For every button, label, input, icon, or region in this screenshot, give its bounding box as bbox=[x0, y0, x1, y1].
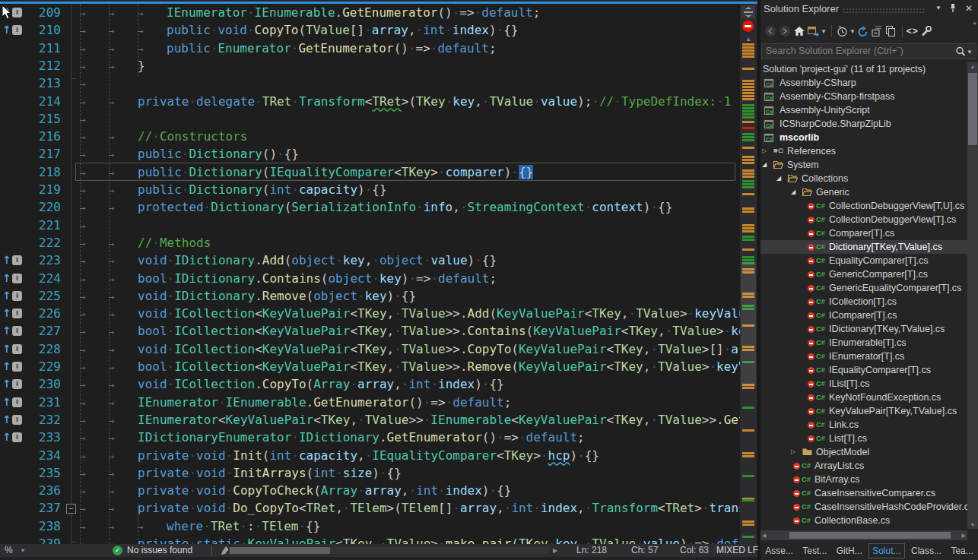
scrollbar-thumb[interactable] bbox=[741, 262, 756, 388]
collapse-all-button[interactable] bbox=[871, 23, 884, 40]
code-line-231[interactable]: ↑I231→→IEnumerator·IEnumerable.GetEnumer… bbox=[0, 394, 740, 411]
code-line-226[interactable]: ↑I226→→void·ICollection<KeyValuePair<TKe… bbox=[0, 305, 740, 322]
zoom-dropdown-caret[interactable]: ▼ bbox=[20, 544, 26, 557]
window-position-caret-icon[interactable]: ▼ bbox=[932, 2, 945, 14]
code-line-213[interactable]: 213→ bbox=[0, 74, 740, 92]
code-line-209[interactable]: ↑I209→→→IEnumerator·IEnumerable.GetEnume… bbox=[0, 4, 740, 21]
toolbar-overflow-grip[interactable]: ❞ bbox=[973, 21, 976, 29]
tree-item-mscorlib[interactable]: C#mscorlib bbox=[760, 131, 967, 144]
code-line-236[interactable]: 236→→private·void·CopyToCheck(Array·arra… bbox=[0, 482, 740, 499]
tree-item-keyvaluepair-tkey-tvalue-cs[interactable]: C#KeyValuePair[TKey,TValue].cs bbox=[760, 404, 967, 418]
tool-tab-test[interactable]: Test... bbox=[799, 544, 830, 558]
zoom-control[interactable]: % bbox=[5, 544, 13, 557]
status-eol[interactable]: LF bbox=[748, 544, 758, 557]
expander-expanded-icon[interactable]: ◢ bbox=[791, 185, 795, 199]
code-line-214[interactable]: 214→→private·delegate·TRet·Transform<TRe… bbox=[0, 93, 740, 110]
tree-item-keynotfoundexception-cs[interactable]: C#KeyNotFoundException.cs bbox=[760, 391, 967, 404]
implements-arrow-icon[interactable]: ↑ bbox=[2, 394, 11, 411]
code-line-238[interactable]: 238→→→where·TRet·:·TElem·{} bbox=[0, 517, 740, 535]
tree-item-assembly-csharp[interactable]: C#Assembly-CSharp bbox=[760, 76, 967, 90]
code-line-218[interactable]: 218→→public·Dictionary(IEqualityComparer… bbox=[0, 163, 740, 181]
expander-expanded-icon[interactable]: ◢ bbox=[762, 158, 767, 172]
tree-item-solution-project-gui-11-of-11-projects-[interactable]: Solution 'project-gui' (11 of 11 project… bbox=[760, 62, 967, 76]
implements-arrow-icon[interactable]: ↑ bbox=[2, 21, 11, 39]
tree-item-caseinsensitivecomparer-cs[interactable]: C#CaseInsensitiveComparer.cs bbox=[760, 486, 967, 500]
implements-arrow-icon[interactable]: ↑ bbox=[2, 358, 11, 375]
tree-item-iequalitycomparer-t-cs[interactable]: C#IEqualityComparer[T].cs bbox=[760, 363, 967, 377]
document-health-error-icon[interactable] bbox=[742, 21, 754, 32]
hscroll-right-arrow[interactable]: ▶ bbox=[553, 544, 557, 557]
tree-item-caseinsensitivehashcodeprovider-cs[interactable]: C#CaseInsensitiveHashCodeProvider.cs bbox=[760, 500, 967, 514]
code-area[interactable]: ↑I209→→→IEnumerator·IEnumerable.GetEnume… bbox=[0, 4, 740, 544]
show-all-files-button[interactable] bbox=[884, 23, 897, 40]
tree-item-ienumerator-t-cs[interactable]: C#IEnumerator[T].cs bbox=[760, 350, 967, 363]
tree-item-comparer-t-cs[interactable]: C#Comparer[T].cs bbox=[760, 226, 967, 240]
tree-item-collectiondebuggerview-t-u-cs[interactable]: C#CollectionDebuggerView[T,U].cs bbox=[760, 199, 967, 213]
tree-item-icollection-t-cs[interactable]: C#ICollection[T].cs bbox=[760, 295, 967, 308]
tree-item-equalitycomparer-t-cs[interactable]: C#EqualityComparer[T].cs bbox=[760, 254, 967, 267]
code-line-215[interactable]: 215→ bbox=[0, 110, 740, 128]
tree-scrollbar-thumb[interactable] bbox=[968, 73, 977, 145]
code-line-230[interactable]: ↑I230→→void·ICollection.CopyTo(Array·arr… bbox=[0, 375, 740, 393]
implements-arrow-icon[interactable]: ↑ bbox=[2, 270, 11, 287]
search-options-caret-icon[interactable]: ▼ bbox=[967, 49, 973, 55]
tree-item-objectmodel[interactable]: ▷ObjectModel bbox=[760, 445, 967, 459]
switch-views-button[interactable] bbox=[807, 23, 820, 40]
horizontal-scrollbar[interactable] bbox=[228, 547, 549, 554]
tree-item-assembly-csharp-firstpass[interactable]: C#Assembly-CSharp-firstpass bbox=[760, 90, 967, 103]
tree-item-icsharpcode-sharpziplib[interactable]: C#ICSharpCode.SharpZipLib bbox=[760, 117, 967, 131]
close-icon[interactable]: ✕ bbox=[963, 2, 975, 14]
tree-vertical-scrollbar[interactable]: ▲ ▼ bbox=[967, 62, 978, 529]
code-line-234[interactable]: 234→→private·void·Init(int·capacity,·IEq… bbox=[0, 447, 740, 464]
refresh-button[interactable] bbox=[856, 23, 870, 40]
split-window-grip-icon[interactable] bbox=[741, 6, 755, 18]
tree-hscrollbar-thumb[interactable] bbox=[789, 532, 951, 539]
tree-item-ilist-t-cs[interactable]: C#IList[T].cs bbox=[760, 377, 967, 391]
solution-tree[interactable]: Solution 'project-gui' (11 of 11 project… bbox=[760, 62, 967, 529]
pin-icon[interactable] bbox=[948, 2, 960, 14]
code-editor[interactable]: ↑I209→→→IEnumerator·IEnumerable.GetEnume… bbox=[0, 0, 757, 560]
implements-arrow-icon[interactable]: ↑ bbox=[2, 322, 11, 340]
code-line-222[interactable]: 222→→//·Methods bbox=[0, 234, 740, 252]
code-line-237[interactable]: 237−→→private·void·Do_CopyTo<TRet,·TElem… bbox=[0, 499, 740, 517]
scroll-left-arrow[interactable]: ◀ bbox=[762, 533, 766, 539]
expander-collapsed-icon[interactable]: ▷ bbox=[762, 144, 767, 158]
scroll-right-arrow[interactable]: ▶ bbox=[962, 533, 966, 539]
code-line-221[interactable]: 221→ bbox=[0, 217, 740, 234]
tree-item-list-t-cs[interactable]: C#List[T].cs bbox=[760, 432, 967, 445]
view-code-button[interactable]: <> bbox=[907, 23, 919, 40]
tree-item-genericcomparer-t-cs[interactable]: C#GenericComparer[T].cs bbox=[760, 267, 967, 281]
tree-item-genericequalitycomparer-t-cs[interactable]: C#GenericEqualityComparer[T].cs bbox=[760, 281, 967, 295]
collapse-region-button[interactable]: − bbox=[66, 504, 76, 514]
tree-item-references[interactable]: ▷References bbox=[760, 144, 967, 158]
code-line-211[interactable]: 211→→→public·Enumerator·GetEnumerator()·… bbox=[0, 40, 740, 57]
expander-expanded-icon[interactable]: ◢ bbox=[776, 172, 781, 185]
code-line-210[interactable]: ↑I210→→→public·void·CopyTo(TValue[]·arra… bbox=[0, 21, 740, 39]
solution-explorer-header[interactable]: Solution Explorer ▼ ✕ bbox=[760, 0, 978, 20]
switch-views-caret-icon[interactable]: ▼ bbox=[821, 28, 827, 35]
tool-tab-asse[interactable]: Asse... bbox=[762, 544, 796, 558]
tree-item-collectionbase-cs[interactable]: C#CollectionBase.cs bbox=[760, 514, 967, 527]
tree-item-icomparer-t-cs[interactable]: C#IComparer[T].cs bbox=[760, 308, 967, 322]
tree-item-bitarray-cs[interactable]: C#BitArray.cs bbox=[760, 473, 967, 486]
code-line-212[interactable]: 212→→} bbox=[0, 57, 740, 74]
code-line-232[interactable]: ↑I232→→IEnumerator<KeyValuePair<TKey,·TV… bbox=[0, 411, 740, 429]
properties-wrench-button[interactable] bbox=[919, 23, 933, 40]
code-line-217[interactable]: 217→→public·Dictionary()·{} bbox=[0, 145, 740, 163]
tree-item-collectiondebuggerview-t-cs[interactable]: C#CollectionDebuggerView[T].cs bbox=[760, 213, 967, 226]
forward-button[interactable] bbox=[778, 23, 792, 40]
filter-caret-icon[interactable]: ▼ bbox=[849, 28, 856, 35]
implements-arrow-icon[interactable]: ↑ bbox=[2, 305, 11, 322]
code-line-229[interactable]: ↑I229→→bool·ICollection<KeyValuePair<TKe… bbox=[0, 358, 740, 375]
tree-item-link-cs[interactable]: C#Link.cs bbox=[760, 418, 967, 432]
tree-item-assembly-unityscript[interactable]: C#Assembly-UnityScript bbox=[760, 103, 967, 117]
code-line-233[interactable]: ↑I233→→IDictionaryEnumerator·IDictionary… bbox=[0, 429, 740, 446]
tree-item-arraylist-cs[interactable]: C#ArrayList.cs bbox=[760, 459, 967, 473]
search-icon[interactable] bbox=[954, 46, 967, 58]
health-status-text[interactable]: No issues found bbox=[127, 544, 192, 557]
code-line-224[interactable]: ↑I224→→bool·IDictionary.Contains(object·… bbox=[0, 270, 740, 287]
code-line-225[interactable]: ↑I225→→void·IDictionary.Remove(object·ke… bbox=[0, 287, 740, 305]
code-line-223[interactable]: ↑I223→→void·IDictionary.Add(object·key,·… bbox=[0, 252, 740, 269]
implements-arrow-icon[interactable]: ↑ bbox=[2, 340, 11, 358]
implements-arrow-icon[interactable]: ↑ bbox=[2, 375, 11, 393]
